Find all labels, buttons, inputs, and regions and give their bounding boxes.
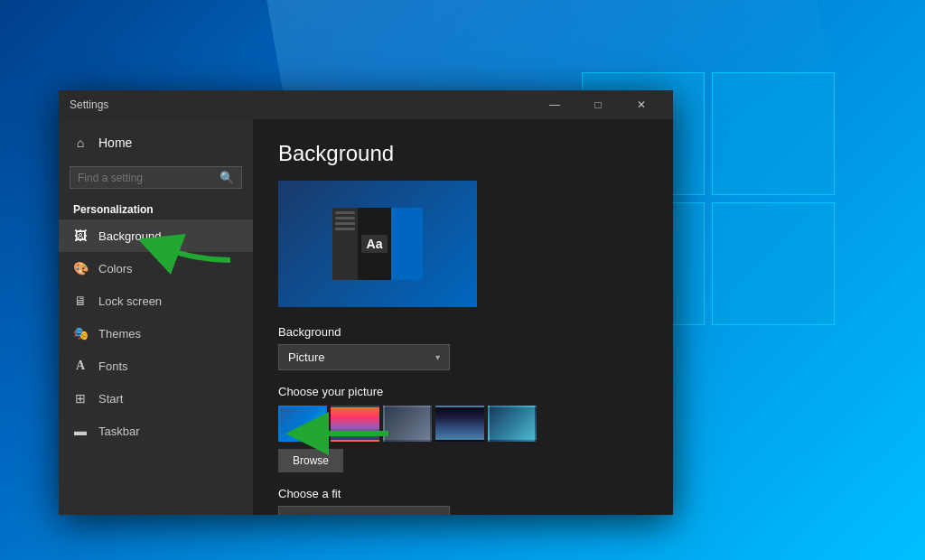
maximize-button[interactable]: □: [577, 90, 619, 119]
search-box[interactable]: 🔍: [70, 166, 242, 189]
fit-dropdown[interactable]: Fill ▾: [278, 506, 450, 515]
colors-label: Colors: [98, 262, 133, 275]
preview-line-4: [335, 228, 355, 230]
background-icon: 🖼: [73, 229, 88, 243]
picture-thumb-3[interactable]: [383, 406, 432, 442]
preview-line-1: [335, 211, 355, 214]
preview-window-mock: Aa: [332, 208, 423, 280]
win-logo-pane-2: [712, 72, 835, 195]
background-label: Background: [98, 229, 161, 243]
search-input[interactable]: [78, 172, 214, 184]
page-title: Background: [278, 141, 648, 166]
sidebar-item-themes[interactable]: 🎭 Themes: [59, 317, 253, 350]
window-body: ⌂ Home 🔍 Personalization 🖼 Background 🎨 …: [59, 119, 673, 515]
browse-button[interactable]: Browse: [278, 449, 343, 472]
home-label: Home: [98, 135, 132, 150]
colors-icon: 🎨: [73, 261, 88, 275]
background-dropdown-value: Picture: [288, 350, 324, 364]
preview-line-2: [335, 217, 355, 219]
preview-right-mock: [391, 208, 423, 280]
sidebar-item-home[interactable]: ⌂ Home: [59, 126, 253, 159]
close-button[interactable]: ✕: [621, 90, 662, 119]
fonts-icon: A: [73, 359, 88, 373]
themes-label: Themes: [98, 327, 141, 341]
taskbar-icon: ▬: [73, 424, 88, 438]
picture-grid: [278, 406, 648, 442]
title-bar-controls: — □ ✕: [534, 90, 662, 119]
sidebar: ⌂ Home 🔍 Personalization 🖼 Background 🎨 …: [59, 119, 253, 515]
fit-dropdown-arrow-icon: ▾: [435, 514, 440, 515]
themes-icon: 🎭: [73, 326, 88, 341]
lock-screen-icon: 🖥: [73, 294, 88, 308]
choose-picture-label: Choose your picture: [278, 385, 648, 398]
personalization-section-label: Personalization: [59, 196, 253, 219]
sidebar-item-fonts[interactable]: A Fonts: [59, 350, 253, 382]
minimize-button[interactable]: —: [534, 90, 575, 119]
sidebar-item-colors[interactable]: 🎨 Colors: [59, 252, 253, 285]
start-label: Start: [98, 392, 123, 406]
win-logo-pane-4: [712, 202, 835, 325]
background-dropdown[interactable]: Picture ▾: [278, 344, 450, 370]
choose-fit-label: Choose a fit: [278, 487, 648, 500]
sidebar-item-taskbar[interactable]: ▬ Taskbar: [59, 415, 253, 447]
background-field-label: Background: [278, 325, 648, 339]
window-title: Settings: [70, 98, 534, 111]
title-bar: Settings — □ ✕: [59, 90, 673, 119]
picture-thumb-2[interactable]: [331, 406, 379, 442]
sidebar-item-background[interactable]: 🖼 Background: [59, 219, 253, 252]
start-icon: ⊞: [73, 391, 88, 406]
dropdown-arrow-icon: ▾: [435, 352, 440, 362]
fonts-label: Fonts: [98, 359, 128, 373]
search-icon: 🔍: [220, 171, 234, 184]
preview-main-mock: Aa: [358, 208, 391, 280]
fit-dropdown-value: Fill: [288, 512, 304, 515]
home-icon: ⌂: [73, 135, 88, 150]
picture-thumb-4[interactable]: [435, 406, 484, 442]
lock-screen-label: Lock screen: [98, 294, 162, 308]
preview-aa-text: Aa: [361, 235, 388, 253]
preview-line-3: [335, 222, 355, 225]
preview-area: Aa: [278, 181, 477, 307]
settings-window: Settings — □ ✕ ⌂ Home 🔍 Personalization: [59, 90, 673, 515]
picture-thumb-5[interactable]: [488, 406, 537, 442]
picture-thumb-1[interactable]: [278, 406, 327, 442]
preview-sidebar-mock: [332, 208, 358, 280]
sidebar-item-start[interactable]: ⊞ Start: [59, 382, 253, 415]
main-content: Background Aa: [253, 119, 673, 515]
sidebar-item-lock-screen[interactable]: 🖥 Lock screen: [59, 285, 253, 317]
taskbar-label: Taskbar: [98, 425, 140, 438]
preview-desktop: Aa: [278, 181, 477, 307]
